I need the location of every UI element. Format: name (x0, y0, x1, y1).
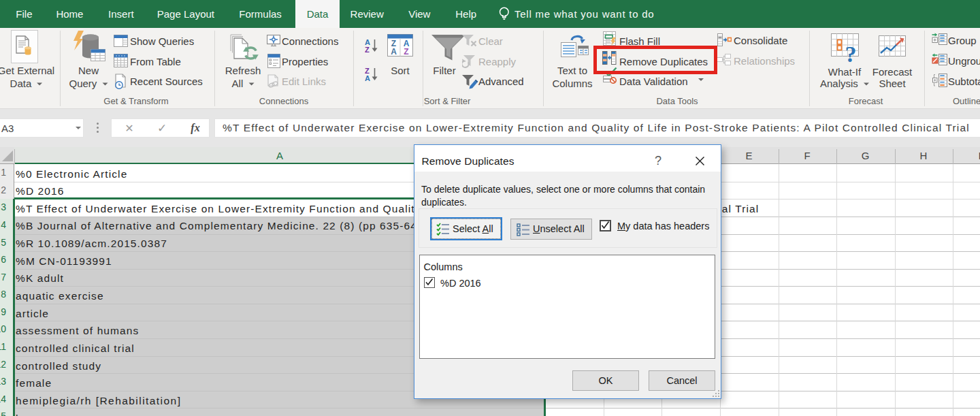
svg-text:?: ? (845, 42, 857, 63)
svg-text:Z: Z (404, 47, 408, 57)
svg-text:Z: Z (365, 46, 370, 54)
svg-text:A: A (365, 74, 370, 82)
svg-text:A: A (391, 47, 397, 57)
